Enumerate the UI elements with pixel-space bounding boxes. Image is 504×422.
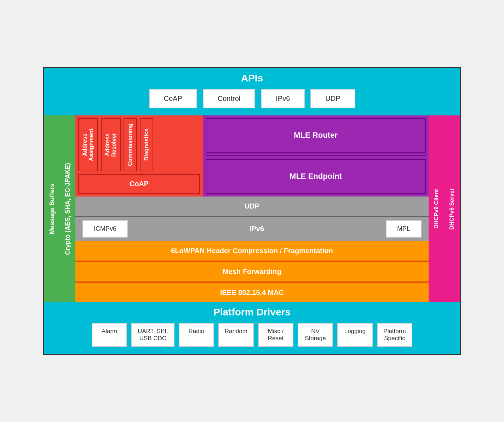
message-buffers-label: Message Buffers (44, 115, 60, 302)
mesh-bar: Mesh Forwarding (75, 262, 429, 282)
commissioning-box: Commissioning (124, 118, 137, 171)
api-box-coap: CoAP (149, 89, 197, 108)
orange-section: 6LoWPAN Header Compression / Fragmentati… (75, 241, 429, 302)
coap-bar: CoAP (78, 174, 200, 194)
dhcpv6-server-label: DHCPv6 Server (444, 115, 460, 302)
top-row: AddressAssignment AddressResolver Commis… (75, 115, 429, 196)
apis-title: APIs (51, 73, 453, 84)
center-content: AddressAssignment AddressResolver Commis… (75, 115, 429, 302)
apis-boxes: CoAP Control IPv6 UDP (51, 89, 453, 108)
ipv6-label: IPv6 (135, 225, 379, 233)
udp-bar: UDP (75, 196, 429, 216)
api-box-udp: UDP (310, 89, 355, 108)
platform-section: Platform Drivers Alarm UART, SPI,USB CDC… (44, 302, 460, 354)
platform-boxes: Alarm UART, SPI,USB CDC Radio Random Mis… (51, 323, 453, 347)
icmpv6-box: ICMPv6 (82, 220, 128, 238)
address-resolver-box: AddressResolver (101, 118, 121, 171)
purple-section: MLE Router MLE Endpoint (203, 115, 429, 196)
diagnostics-box: Diagnostics (140, 118, 153, 171)
mle-router-box: MLE Router (206, 118, 426, 153)
gray-section: UDP ICMPv6 IPv6 MPL (75, 196, 429, 241)
diagram: APIs CoAP Control IPv6 UDP Message Buffe… (43, 67, 461, 355)
platform-box-random: Random (218, 323, 254, 347)
platform-title: Platform Drivers (51, 307, 453, 318)
ieee-bar: IEEE 802.15.4 MAC (75, 283, 429, 302)
address-assignment-box: AddressAssignment (78, 118, 98, 171)
platform-box-platform-specific: PlatformSpecific (377, 323, 412, 347)
api-box-ipv6: IPv6 (261, 89, 305, 108)
platform-box-uart: UART, SPI,USB CDC (131, 323, 174, 347)
platform-box-radio: Radio (179, 323, 214, 347)
right-sidebar: DHCPv6 Client DHCPv6 Server (429, 115, 460, 302)
mpl-box: MPL (386, 220, 422, 238)
api-box-control: Control (203, 89, 255, 108)
platform-box-nvstorage: NVStorage (298, 323, 333, 347)
main-middle: Message Buffers Crypto (AES, SHA, EC-JPA… (44, 115, 460, 302)
red-section: AddressAssignment AddressResolver Commis… (75, 115, 203, 196)
crypto-label: Crypto (AES, SHA, EC-JPAKE) (60, 115, 75, 302)
dhcpv6-client-label: DHCPv6 Client (429, 115, 444, 302)
mle-endpoint-box: MLE Endpoint (206, 159, 426, 194)
platform-box-misc: Misc /Reset (258, 323, 293, 347)
apis-section: APIs CoAP Control IPv6 UDP (44, 68, 460, 115)
ipv6-row: ICMPv6 IPv6 MPL (75, 217, 429, 241)
platform-box-alarm: Alarm (92, 323, 127, 347)
red-top-row: AddressAssignment AddressResolver Commis… (78, 118, 200, 171)
left-sidebar: Message Buffers Crypto (AES, SHA, EC-JPA… (44, 115, 75, 302)
platform-box-logging: Logging (337, 323, 373, 347)
lowpan-bar: 6LoWPAN Header Compression / Fragmentati… (75, 241, 429, 261)
